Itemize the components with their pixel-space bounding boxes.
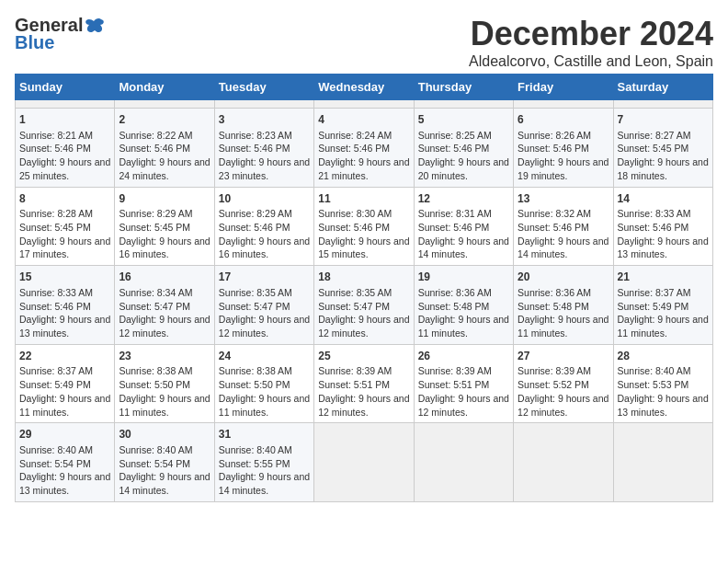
day-number: 7 <box>618 112 709 128</box>
day-number: 11 <box>318 191 409 207</box>
calendar-cell: 7Sunrise: 8:27 AMSunset: 5:45 PMDaylight… <box>613 109 712 188</box>
daylight-text: Daylight: 9 hours and 13 minutes. <box>618 236 709 260</box>
week-row-4: 15Sunrise: 8:33 AMSunset: 5:46 PMDayligh… <box>16 266 713 345</box>
daylight-text: Daylight: 9 hours and 15 minutes. <box>318 236 409 260</box>
daylight-text: Daylight: 9 hours and 12 minutes. <box>318 314 409 339</box>
sunrise-text: Sunrise: 8:30 AM <box>318 208 392 219</box>
day-header-monday: Monday <box>115 75 214 100</box>
day-number: 6 <box>518 112 609 128</box>
sunrise-text: Sunrise: 8:38 AM <box>119 365 192 376</box>
day-header-tuesday: Tuesday <box>214 75 313 100</box>
sunset-text: Sunset: 5:49 PM <box>618 301 689 312</box>
calendar-cell: 20Sunrise: 8:36 AMSunset: 5:48 PMDayligh… <box>514 266 613 345</box>
sunrise-text: Sunrise: 8:29 AM <box>119 208 192 219</box>
sunrise-text: Sunrise: 8:39 AM <box>418 365 492 376</box>
sunset-text: Sunset: 5:53 PM <box>618 379 689 390</box>
day-number: 10 <box>219 191 310 207</box>
calendar-cell: 14Sunrise: 8:33 AMSunset: 5:46 PMDayligh… <box>613 187 712 266</box>
sunset-text: Sunset: 5:46 PM <box>219 143 290 154</box>
sunset-text: Sunset: 5:46 PM <box>418 143 490 154</box>
calendar-cell <box>514 423 613 502</box>
day-number: 2 <box>119 112 210 128</box>
day-header-sunday: Sunday <box>16 75 115 100</box>
daylight-text: Daylight: 9 hours and 14 minutes. <box>219 471 310 496</box>
calendar-cell <box>314 100 414 109</box>
sunrise-text: Sunrise: 8:40 AM <box>618 365 691 376</box>
daylight-text: Daylight: 9 hours and 11 minutes. <box>119 393 210 418</box>
calendar-cell: 28Sunrise: 8:40 AMSunset: 5:53 PMDayligh… <box>613 344 712 423</box>
sunset-text: Sunset: 5:54 PM <box>19 458 91 469</box>
subtitle: Aldealcorvo, Castille and Leon, Spain <box>469 53 713 70</box>
sunrise-text: Sunrise: 8:22 AM <box>119 130 192 141</box>
day-header-wednesday: Wednesday <box>314 75 414 100</box>
daylight-text: Daylight: 9 hours and 11 minutes. <box>618 314 709 339</box>
sunset-text: Sunset: 5:45 PM <box>19 222 91 233</box>
daylight-text: Daylight: 9 hours and 11 minutes. <box>219 393 310 418</box>
sunset-text: Sunset: 5:46 PM <box>219 222 290 233</box>
sunset-text: Sunset: 5:46 PM <box>19 301 91 312</box>
daylight-text: Daylight: 9 hours and 20 minutes. <box>418 156 509 181</box>
sunset-text: Sunset: 5:51 PM <box>318 379 390 390</box>
day-number: 18 <box>318 270 409 285</box>
calendar-cell: 25Sunrise: 8:39 AMSunset: 5:51 PMDayligh… <box>314 344 414 423</box>
calendar-cell: 19Sunrise: 8:36 AMSunset: 5:48 PMDayligh… <box>414 266 513 345</box>
daylight-text: Daylight: 9 hours and 13 minutes. <box>618 393 709 418</box>
sunset-text: Sunset: 5:45 PM <box>618 143 689 154</box>
calendar-cell: 22Sunrise: 8:37 AMSunset: 5:49 PMDayligh… <box>16 344 115 423</box>
calendar-cell: 26Sunrise: 8:39 AMSunset: 5:51 PMDayligh… <box>414 344 513 423</box>
calendar-cell: 2Sunrise: 8:22 AMSunset: 5:46 PMDaylight… <box>115 109 214 188</box>
calendar-cell: 29Sunrise: 8:40 AMSunset: 5:54 PMDayligh… <box>16 423 115 502</box>
day-number: 8 <box>19 191 110 207</box>
sunrise-text: Sunrise: 8:37 AM <box>19 365 93 376</box>
daylight-text: Daylight: 9 hours and 16 minutes. <box>219 236 310 260</box>
daylight-text: Daylight: 9 hours and 11 minutes. <box>518 314 609 339</box>
calendar-cell: 13Sunrise: 8:32 AMSunset: 5:46 PMDayligh… <box>514 187 613 266</box>
sunset-text: Sunset: 5:46 PM <box>119 143 190 154</box>
sunrise-text: Sunrise: 8:21 AM <box>19 130 93 141</box>
sunset-text: Sunset: 5:54 PM <box>119 458 190 469</box>
sunrise-text: Sunrise: 8:36 AM <box>518 287 591 298</box>
day-number: 25 <box>318 349 409 364</box>
calendar-cell: 3Sunrise: 8:23 AMSunset: 5:46 PMDaylight… <box>214 109 313 188</box>
calendar-cell: 4Sunrise: 8:24 AMSunset: 5:46 PMDaylight… <box>314 109 414 188</box>
sunset-text: Sunset: 5:50 PM <box>219 379 290 390</box>
sunrise-text: Sunrise: 8:33 AM <box>618 208 691 219</box>
sunrise-text: Sunrise: 8:24 AM <box>318 130 392 141</box>
sunset-text: Sunset: 5:47 PM <box>219 301 290 312</box>
sunset-text: Sunset: 5:51 PM <box>418 379 490 390</box>
daylight-text: Daylight: 9 hours and 12 minutes. <box>119 314 210 339</box>
daylight-text: Daylight: 9 hours and 19 minutes. <box>518 156 609 181</box>
sunrise-text: Sunrise: 8:35 AM <box>318 287 392 298</box>
sunset-text: Sunset: 5:46 PM <box>318 222 390 233</box>
day-header-thursday: Thursday <box>414 75 513 100</box>
week-row-6: 29Sunrise: 8:40 AMSunset: 5:54 PMDayligh… <box>16 423 713 502</box>
logo-blue-text: Blue <box>15 32 54 53</box>
calendar-cell <box>414 423 513 502</box>
calendar-cell: 21Sunrise: 8:37 AMSunset: 5:49 PMDayligh… <box>613 266 712 345</box>
calendar-cell: 9Sunrise: 8:29 AMSunset: 5:45 PMDaylight… <box>115 187 214 266</box>
day-number: 3 <box>219 112 310 128</box>
week-row-2: 1Sunrise: 8:21 AMSunset: 5:46 PMDaylight… <box>16 109 713 188</box>
sunset-text: Sunset: 5:46 PM <box>318 143 390 154</box>
calendar-cell: 27Sunrise: 8:39 AMSunset: 5:52 PMDayligh… <box>514 344 613 423</box>
day-header-saturday: Saturday <box>613 75 712 100</box>
sunset-text: Sunset: 5:45 PM <box>119 222 190 233</box>
day-number: 21 <box>618 270 709 285</box>
calendar-cell <box>613 100 712 109</box>
sunrise-text: Sunrise: 8:40 AM <box>219 444 292 455</box>
sunrise-text: Sunrise: 8:29 AM <box>219 208 292 219</box>
calendar-table: SundayMondayTuesdayWednesdayThursdayFrid… <box>15 74 713 502</box>
sunset-text: Sunset: 5:46 PM <box>418 222 490 233</box>
day-number: 30 <box>119 427 210 442</box>
calendar-cell: 5Sunrise: 8:25 AMSunset: 5:46 PMDaylight… <box>414 109 513 188</box>
sunset-text: Sunset: 5:50 PM <box>119 379 190 390</box>
sunrise-text: Sunrise: 8:32 AM <box>518 208 591 219</box>
daylight-text: Daylight: 9 hours and 24 minutes. <box>119 156 210 181</box>
daylight-text: Daylight: 9 hours and 21 minutes. <box>318 156 409 181</box>
day-number: 22 <box>19 349 110 364</box>
daylight-text: Daylight: 9 hours and 11 minutes. <box>19 393 110 418</box>
calendar-cell <box>314 423 414 502</box>
day-number: 4 <box>318 112 409 128</box>
day-number: 29 <box>19 427 110 442</box>
sunrise-text: Sunrise: 8:26 AM <box>518 130 591 141</box>
